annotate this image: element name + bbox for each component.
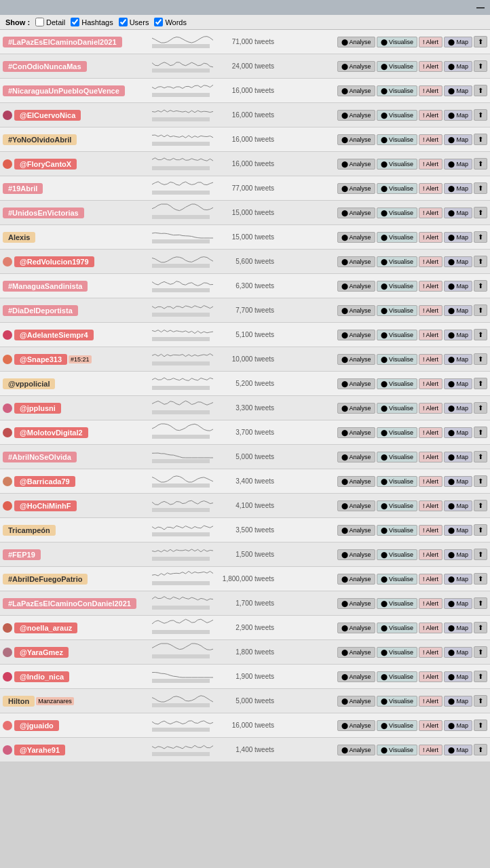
alert-button[interactable]: ! Alert bbox=[419, 427, 442, 438]
map-button[interactable]: ⬤ Map bbox=[444, 305, 472, 316]
export-button[interactable]: ⬆ bbox=[474, 646, 487, 658]
analyse-button[interactable]: ⬤ Analyse bbox=[337, 745, 375, 755]
visualise-button[interactable]: ⬤ Visualise bbox=[377, 549, 417, 560]
alert-button[interactable]: ! Alert bbox=[419, 208, 442, 218]
visualise-button[interactable]: ⬤ Visualise bbox=[377, 110, 417, 121]
map-button[interactable]: ⬤ Map bbox=[444, 232, 472, 243]
visualise-button[interactable]: ⬤ Visualise bbox=[377, 305, 417, 316]
alert-button[interactable]: ! Alert bbox=[419, 305, 442, 316]
alert-button[interactable]: ! Alert bbox=[419, 476, 442, 487]
trend-tag[interactable]: #YoNoOlvidoAbril bbox=[3, 134, 77, 145]
alert-button[interactable]: ! Alert bbox=[419, 671, 442, 682]
analyse-button[interactable]: ⬤ Analyse bbox=[337, 183, 375, 194]
analyse-button[interactable]: ⬤ Analyse bbox=[337, 37, 375, 47]
visualise-button[interactable]: ⬤ Visualise bbox=[377, 452, 417, 462]
trend-tag[interactable]: #LaPazEsElCaminoDaniel2021 bbox=[3, 37, 122, 47]
visualise-button[interactable]: ⬤ Visualise bbox=[377, 623, 417, 633]
visualise-button[interactable]: ⬤ Visualise bbox=[377, 281, 417, 292]
analyse-button[interactable]: ⬤ Analyse bbox=[337, 110, 375, 121]
export-button[interactable]: ⬆ bbox=[474, 402, 487, 414]
map-button[interactable]: ⬤ Map bbox=[444, 134, 472, 145]
hashtags-checkbox-label[interactable]: Hashtags bbox=[71, 18, 113, 26]
map-button[interactable]: ⬤ Map bbox=[444, 696, 472, 707]
trend-tag[interactable]: @jpplusni bbox=[14, 403, 61, 414]
trend-tag[interactable]: #UnidosEnVictorias bbox=[3, 208, 84, 218]
export-button[interactable]: ⬆ bbox=[474, 573, 487, 585]
visualise-button[interactable]: ⬤ Visualise bbox=[377, 183, 417, 194]
alert-button[interactable]: ! Alert bbox=[419, 134, 442, 145]
alert-button[interactable]: ! Alert bbox=[419, 85, 442, 96]
export-button[interactable]: ⬆ bbox=[474, 60, 487, 72]
analyse-button[interactable]: ⬤ Analyse bbox=[337, 598, 375, 609]
map-button[interactable]: ⬤ Map bbox=[444, 183, 472, 194]
alert-button[interactable]: ! Alert bbox=[419, 452, 442, 462]
trend-tag[interactable]: @Indio_nica bbox=[14, 671, 69, 682]
minimize-icon[interactable]: — bbox=[476, 3, 485, 12]
map-button[interactable]: ⬤ Map bbox=[444, 476, 472, 487]
alert-button[interactable]: ! Alert bbox=[419, 720, 442, 731]
export-button[interactable]: ⬆ bbox=[474, 475, 487, 487]
visualise-button[interactable]: ⬤ Visualise bbox=[377, 720, 417, 731]
analyse-button[interactable]: ⬤ Analyse bbox=[337, 256, 375, 267]
map-button[interactable]: ⬤ Map bbox=[444, 549, 472, 560]
export-button[interactable]: ⬆ bbox=[474, 549, 487, 560]
map-button[interactable]: ⬤ Map bbox=[444, 671, 472, 682]
analyse-button[interactable]: ⬤ Analyse bbox=[337, 134, 375, 145]
export-button[interactable]: ⬆ bbox=[474, 256, 487, 267]
export-button[interactable]: ⬆ bbox=[474, 597, 487, 609]
trend-tag[interactable]: #LaPazEsElCaminoConDaniel2021 bbox=[3, 598, 136, 609]
export-button[interactable]: ⬆ bbox=[474, 182, 487, 194]
map-button[interactable]: ⬤ Map bbox=[444, 330, 472, 340]
analyse-button[interactable]: ⬤ Analyse bbox=[337, 159, 375, 170]
alert-button[interactable]: ! Alert bbox=[419, 159, 442, 170]
analyse-button[interactable]: ⬤ Analyse bbox=[337, 671, 375, 682]
export-button[interactable]: ⬆ bbox=[474, 329, 487, 340]
alert-button[interactable]: ! Alert bbox=[419, 403, 442, 414]
trend-tag[interactable]: @MolotovDigital2 bbox=[14, 427, 88, 438]
alert-button[interactable]: ! Alert bbox=[419, 183, 442, 194]
trend-tag[interactable]: @RedVolucion1979 bbox=[14, 256, 94, 267]
analyse-button[interactable]: ⬤ Analyse bbox=[337, 427, 375, 438]
export-button[interactable]: ⬆ bbox=[474, 719, 487, 731]
trend-tag[interactable]: #ConOdioNuncaMas bbox=[3, 61, 87, 72]
visualise-button[interactable]: ⬤ Visualise bbox=[377, 232, 417, 243]
export-button[interactable]: ⬆ bbox=[474, 451, 487, 462]
trend-tag[interactable]: Tricampeón bbox=[3, 525, 56, 536]
visualise-button[interactable]: ⬤ Visualise bbox=[377, 598, 417, 609]
map-button[interactable]: ⬤ Map bbox=[444, 500, 472, 511]
map-button[interactable]: ⬤ Map bbox=[444, 281, 472, 292]
trend-tag[interactable]: Hilton bbox=[3, 696, 35, 707]
analyse-button[interactable]: ⬤ Analyse bbox=[337, 281, 375, 292]
analyse-button[interactable]: ⬤ Analyse bbox=[337, 403, 375, 414]
map-button[interactable]: ⬤ Map bbox=[444, 208, 472, 218]
map-button[interactable]: ⬤ Map bbox=[444, 598, 472, 609]
export-button[interactable]: ⬆ bbox=[474, 353, 487, 365]
hashtags-checkbox[interactable] bbox=[71, 18, 79, 26]
visualise-button[interactable]: ⬤ Visualise bbox=[377, 427, 417, 438]
analyse-button[interactable]: ⬤ Analyse bbox=[337, 696, 375, 707]
alert-button[interactable]: ! Alert bbox=[419, 61, 442, 72]
trend-tag[interactable]: #DiaDelDeportista bbox=[3, 305, 78, 316]
map-button[interactable]: ⬤ Map bbox=[444, 427, 472, 438]
alert-button[interactable]: ! Alert bbox=[419, 574, 442, 585]
visualise-button[interactable]: ⬤ Visualise bbox=[377, 647, 417, 658]
export-button[interactable]: ⬆ bbox=[474, 207, 487, 218]
visualise-button[interactable]: ⬤ Visualise bbox=[377, 354, 417, 365]
alert-button[interactable]: ! Alert bbox=[419, 110, 442, 121]
map-button[interactable]: ⬤ Map bbox=[444, 623, 472, 633]
alert-button[interactable]: ! Alert bbox=[419, 37, 442, 47]
map-button[interactable]: ⬤ Map bbox=[444, 720, 472, 731]
export-button[interactable]: ⬆ bbox=[474, 85, 487, 96]
visualise-button[interactable]: ⬤ Visualise bbox=[377, 745, 417, 755]
visualise-button[interactable]: ⬤ Visualise bbox=[377, 85, 417, 96]
trend-tag[interactable]: @jguaido bbox=[14, 720, 59, 731]
visualise-button[interactable]: ⬤ Visualise bbox=[377, 403, 417, 414]
visualise-button[interactable]: ⬤ Visualise bbox=[377, 671, 417, 682]
alert-button[interactable]: ! Alert bbox=[419, 500, 442, 511]
alert-button[interactable]: ! Alert bbox=[419, 330, 442, 340]
analyse-button[interactable]: ⬤ Analyse bbox=[337, 476, 375, 487]
analyse-button[interactable]: ⬤ Analyse bbox=[337, 305, 375, 316]
trend-tag[interactable]: #AbrilNoSeOlvida bbox=[3, 452, 77, 462]
users-checkbox[interactable] bbox=[119, 18, 128, 26]
alert-button[interactable]: ! Alert bbox=[419, 598, 442, 609]
